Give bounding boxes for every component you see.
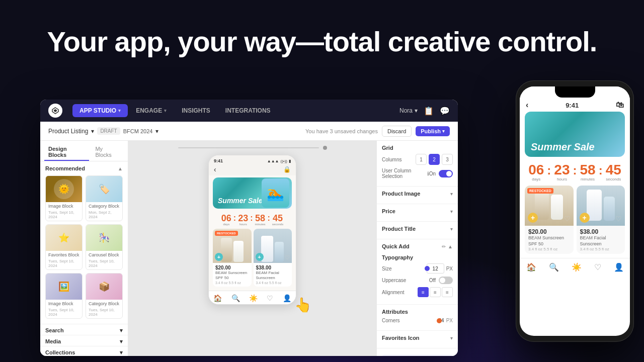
align-right-btn[interactable]: ≡: [442, 287, 453, 297]
rp-seconds: 45 seconds: [606, 163, 621, 182]
publish-button[interactable]: Publish ▾: [416, 126, 450, 136]
favorites-icon-row: Favorites Icon ▾: [382, 335, 453, 341]
rp-sep-3: :: [599, 163, 603, 177]
block-thumb-0[interactable]: 🌞 Image Block Tues, Sept 10, 2024: [45, 175, 83, 221]
size-row: Size PX: [382, 263, 453, 274]
block-label-3: Carousel Block: [86, 251, 122, 259]
user-column-toggle[interactable]: [439, 170, 453, 177]
chevron-icon: ▾: [118, 108, 121, 113]
rp-product-1[interactable]: + ♡ $38.00 BEAM Facial Sunscreen 3.4 fl …: [577, 186, 625, 254]
rp-price-0: $20.00: [528, 228, 570, 235]
block-thumb-2[interactable]: ⭐ Favorites Block Tues, Sept 10, 2024: [45, 224, 83, 270]
subbar-right: You have 3 unsaved changes Discard Publi…: [305, 126, 450, 137]
sidebar-recommended: Recommended ▲ 🌞 Image Block Tues, Sept 1…: [40, 161, 128, 324]
chat-icon[interactable]: 💬: [440, 106, 450, 116]
lock-icon: 🔒: [283, 166, 291, 173]
block-label-5: Category Block: [86, 300, 122, 308]
align-left-btn[interactable]: ≡: [418, 287, 429, 297]
canvas-product-price-1: $38.00: [256, 265, 290, 270]
copy-icon[interactable]: 📋: [424, 106, 434, 116]
chevron-up-icon[interactable]: ▲: [118, 166, 123, 171]
block-img-4: 🖼️: [46, 274, 82, 300]
rp-add-btn-0[interactable]: +: [528, 213, 538, 223]
add-to-cart-btn-1[interactable]: +: [256, 253, 264, 261]
app-content: Design Blocks My Blocks Recommended ▲ 🌞 …: [40, 141, 458, 356]
canvas-add-btn[interactable]: [323, 146, 327, 150]
favorites-tab[interactable]: ♡: [267, 294, 273, 302]
unsaved-text: You have 3 unsaved changes: [305, 128, 378, 134]
block-thumb-3[interactable]: 🎠 Carousel Block Tues, Sept 10, 2024: [86, 224, 123, 270]
home-tab[interactable]: 🏠: [213, 294, 222, 302]
tab-design-blocks[interactable]: Design Blocks: [44, 144, 89, 161]
rp-favorites-tab[interactable]: ♡: [594, 262, 601, 272]
col-btn-1[interactable]: 1: [416, 154, 427, 165]
block-date-0: Tues, Sept 10, 2024: [46, 210, 82, 221]
rp-account-tab[interactable]: 👤: [614, 262, 624, 272]
chevron-icon: ▾: [91, 128, 94, 135]
size-slider-thumb[interactable]: [425, 266, 430, 271]
back-icon[interactable]: ‹: [214, 165, 216, 173]
block-thumb-1[interactable]: 🏷️ Category Block Mon, Sept 2, 2024: [86, 175, 123, 221]
grid-header: Grid: [382, 145, 453, 151]
customize-box: ✦ Customize Your Block Add additional cu…: [382, 354, 453, 356]
countdown-hours: 23 hours: [238, 214, 248, 226]
chevron-down-icon[interactable]: ▾: [450, 335, 453, 341]
quick-add-label: Quick Add: [382, 243, 410, 249]
right-phone-frame: ‹ 9:41 🛍 Summer Sale 06 days : 23 hours: [516, 80, 634, 342]
rp-cart-icon[interactable]: 🛍: [616, 101, 624, 110]
rp-home-tab[interactable]: 🏠: [526, 262, 536, 272]
canvas-product-0[interactable]: RESTOCKED + ♡ $20.00 BEAM Sunscreen SPF …: [213, 229, 252, 287]
nav-tab-insights[interactable]: INSIGHTS: [175, 104, 217, 117]
block-thumb-5[interactable]: 📦 Category Block Tues, Sept 10, 2024: [86, 273, 123, 319]
rp-product-0[interactable]: RESTOCKED + ♡ $20.00 BEAM Sunscreen SPF …: [525, 186, 574, 254]
rp-search-tab[interactable]: 🔍: [549, 262, 559, 272]
nav-user[interactable]: Nora ▾: [399, 107, 418, 114]
chevron-down-icon: ▾: [442, 129, 445, 134]
search-tab[interactable]: 🔍: [231, 294, 240, 302]
add-to-cart-btn-0[interactable]: +: [215, 253, 223, 261]
sidebar-search[interactable]: Search ▾: [40, 324, 128, 335]
nav-tab-integrations[interactable]: INTEGRATIONS: [218, 104, 278, 117]
canvas-phone-time: 9:41: [214, 158, 223, 163]
rp-product-img-1: + ♡: [577, 186, 625, 226]
rp-heart-0[interactable]: ♡: [564, 215, 571, 223]
col-btn-3[interactable]: 3: [442, 154, 453, 165]
sidebar-collections[interactable]: Collections ▾: [40, 346, 128, 356]
panel-grid: Grid Columns 1 2 3 User Column Selection…: [377, 141, 458, 187]
rp-heart-1[interactable]: ♡: [615, 215, 622, 223]
typography-section: Typography Size PX: [382, 252, 453, 297]
rp-brand-tab[interactable]: ☀️: [572, 262, 582, 272]
uppercase-row: Uppercase Off: [382, 277, 453, 284]
canvas-product-1[interactable]: + ♡ $38.00 BEAM Facial Sunscreen 3.4 fl …: [254, 229, 292, 287]
rp-product-info-0: $20.00 BEAM Sunscreen SPF 50 3.4 fl oz 5…: [525, 226, 574, 254]
corners-slider-thumb[interactable]: [437, 318, 442, 323]
price-row: Price ▾: [382, 208, 453, 214]
brand-tab[interactable]: ☀️: [249, 294, 258, 302]
heart-icon-0[interactable]: ♡: [245, 254, 250, 261]
rp-back-icon[interactable]: ‹: [526, 101, 528, 110]
sidebar-media[interactable]: Media ▾: [40, 335, 128, 346]
align-center-btn[interactable]: ≡: [430, 287, 441, 297]
breadcrumb: Product Listing ▾ DRAFT BFCM 2024 ▾: [48, 127, 158, 135]
rp-add-btn-1[interactable]: +: [580, 213, 590, 223]
chevron-down-icon[interactable]: ▾: [450, 209, 453, 214]
rp-summer-text: Summer Sale: [531, 141, 595, 153]
account-tab[interactable]: 👤: [283, 294, 291, 302]
nav-tab-app-studio[interactable]: APP STUDIO ▾: [72, 104, 128, 117]
discard-button[interactable]: Discard: [382, 126, 412, 137]
quick-add-edit-icon[interactable]: ✏: [442, 244, 446, 249]
col-btn-2[interactable]: 2: [429, 154, 440, 165]
tab-my-blocks[interactable]: My Blocks: [91, 144, 124, 161]
chevron-down-icon[interactable]: ▾: [450, 226, 453, 232]
chevron-down-icon: ▾: [120, 338, 123, 345]
block-thumb-4[interactable]: 🖼️ Image Block Tues, Sept 10, 2024: [45, 273, 83, 319]
uppercase-toggle[interactable]: [439, 277, 453, 284]
heart-icon-1[interactable]: ♡: [285, 254, 290, 261]
chevron-down-icon[interactable]: ▾: [450, 191, 453, 197]
nav-tab-engage[interactable]: ENGAGE ▾: [129, 104, 174, 117]
canvas-product-badge-0: RESTOCKED: [215, 231, 238, 236]
rp-sep-2: :: [573, 163, 577, 177]
corners-controls: 04 PX: [437, 318, 453, 323]
chevron-up-icon[interactable]: ▲: [448, 244, 453, 249]
cursor-hand: 👆: [294, 297, 312, 313]
